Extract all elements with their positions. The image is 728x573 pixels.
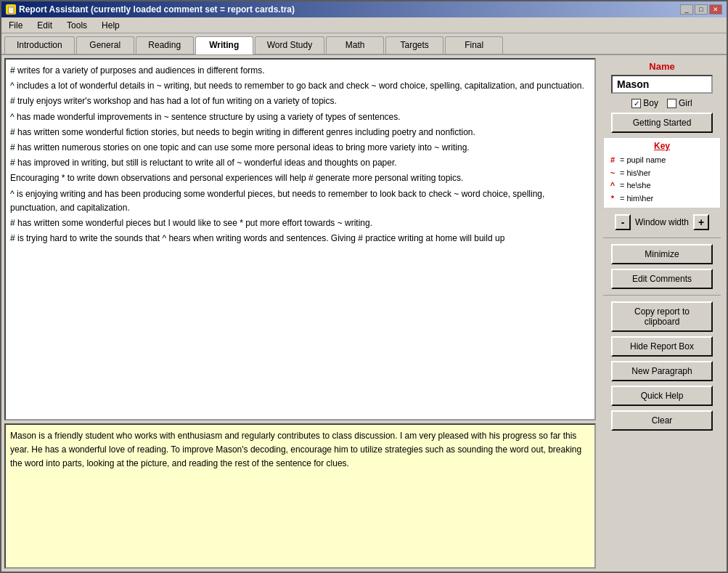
tab-introduction[interactable]: Introduction — [4, 36, 75, 54]
copy-report-button[interactable]: Copy report to clipboard — [611, 301, 713, 332]
getting-started-button[interactable]: Getting Started — [611, 113, 713, 133]
right-panel: Name Boy Girl Getting Started Key — [600, 58, 724, 569]
tab-word-study[interactable]: Word Study — [255, 36, 324, 54]
menu-edit[interactable]: Edit — [33, 19, 57, 32]
tab-targets[interactable]: Targets — [385, 36, 443, 54]
hash-meaning: = pupil name — [620, 154, 666, 167]
boy-option[interactable]: Boy — [631, 98, 658, 108]
list-item: # has improved in writing, but still is … — [10, 156, 590, 170]
boy-label: Boy — [643, 98, 658, 108]
list-item: Encouraging * to write down observations… — [10, 171, 590, 185]
list-item: ^ has made wonderful improvements in ~ s… — [10, 110, 590, 124]
caret-symbol: ^ — [608, 179, 617, 192]
tab-math[interactable]: Math — [326, 36, 384, 54]
window-width-label: Window width — [635, 217, 689, 227]
main-content: # writes for a variety of purposes and a… — [1, 55, 727, 572]
tilde-symbol: ~ — [608, 167, 617, 180]
edit-comments-button[interactable]: Edit Comments — [611, 269, 713, 289]
list-item: # has written some wonderful pieces but … — [10, 216, 590, 230]
key-row-star: * = him\her — [608, 192, 716, 206]
title-bar-left: 📋 Report Assistant (currently loaded com… — [6, 4, 295, 15]
list-item: # is trying hard to write the sounds tha… — [10, 232, 590, 245]
window-title: Report Assistant (currently loaded comme… — [19, 4, 295, 15]
name-label: Name — [603, 61, 721, 72]
tab-writing[interactable]: Writing — [195, 36, 253, 54]
window-plus-button[interactable]: + — [693, 214, 709, 230]
name-section: Name Boy Girl — [603, 61, 721, 108]
list-item: # writes for a variety of purposes and a… — [10, 64, 590, 78]
tab-reading[interactable]: Reading — [136, 36, 194, 54]
girl-label: Girl — [679, 98, 692, 108]
menu-file[interactable]: File — [4, 19, 27, 32]
menu-help[interactable]: Help — [97, 19, 124, 32]
star-meaning: = him\her — [620, 192, 653, 206]
list-item: # has written numerous stories on one to… — [10, 141, 590, 155]
star-symbol: * — [608, 192, 617, 206]
quick-help-button[interactable]: Quick Help — [611, 386, 713, 406]
hash-symbol: # — [608, 154, 617, 167]
app-icon: 📋 — [6, 4, 16, 15]
window-minus-button[interactable]: - — [615, 214, 631, 230]
menu-bar: File Edit Tools Help — [1, 17, 727, 33]
separator-2 — [603, 295, 721, 296]
window-width-row: - Window width + — [603, 214, 721, 230]
report-text-area[interactable]: Mason is a friendly student who works wi… — [4, 423, 596, 569]
new-paragraph-button[interactable]: New Paragraph — [611, 361, 713, 381]
list-item: # truly enjoys writer's workshop and has… — [10, 94, 590, 108]
restore-btn[interactable]: □ — [695, 4, 708, 15]
menu-tools[interactable]: Tools — [62, 19, 91, 32]
comments-list[interactable]: # writes for a variety of purposes and a… — [4, 58, 596, 420]
tab-bar: Introduction General Reading Writing Wor… — [1, 33, 727, 55]
name-input[interactable] — [611, 75, 713, 94]
clear-button[interactable]: Clear — [611, 410, 713, 431]
key-title: Key — [608, 141, 716, 151]
girl-checkbox[interactable] — [667, 99, 676, 108]
list-item: # has written some wonderful fiction sto… — [10, 126, 590, 139]
list-item: ^ includes a lot of wonderful details in… — [10, 79, 590, 93]
girl-option[interactable]: Girl — [667, 98, 692, 108]
tab-general[interactable]: General — [76, 36, 134, 54]
list-item: ^ is enjoying writing and has been produ… — [10, 187, 590, 215]
key-section: Key # = pupil name ~ = his\her ^ = he\sh… — [603, 137, 721, 208]
main-window: 📋 Report Assistant (currently loaded com… — [0, 0, 728, 573]
separator-1 — [603, 237, 721, 238]
title-bar: 📋 Report Assistant (currently loaded com… — [1, 1, 727, 17]
boy-checkbox[interactable] — [631, 99, 641, 108]
close-btn[interactable]: ✕ — [709, 4, 722, 15]
hide-report-button[interactable]: Hide Report Box — [611, 336, 713, 357]
gender-row: Boy Girl — [603, 98, 721, 108]
tab-final[interactable]: Final — [445, 36, 503, 54]
minimize-btn[interactable]: _ — [680, 4, 693, 15]
key-row-tilde: ~ = his\her — [608, 167, 716, 180]
caret-meaning: = he\she — [620, 179, 651, 192]
tilde-meaning: = his\her — [620, 167, 651, 180]
window-controls: _ □ ✕ — [680, 4, 722, 15]
key-row-caret: ^ = he\she — [608, 179, 716, 192]
minimize-button[interactable]: Minimize — [611, 244, 713, 264]
key-row-hash: # = pupil name — [608, 154, 716, 167]
left-panel: # writes for a variety of purposes and a… — [4, 58, 596, 569]
